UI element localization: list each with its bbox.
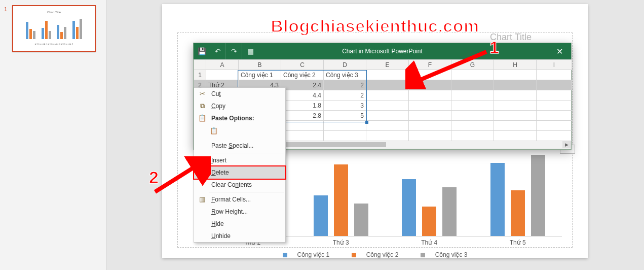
excel-titlebar[interactable]: 💾 ↶ ↷ ▦ Chart in Microsoft PowerPoint ✕: [194, 43, 571, 59]
annotation-number-1: 1: [489, 39, 499, 56]
menu-cut[interactable]: ✂Cut: [194, 88, 285, 100]
select-all-cell[interactable]: [194, 60, 206, 70]
copy-icon: ⧉: [198, 102, 207, 111]
slide[interactable]: Blogchiasekienthuc.com Chart Title ⟷ Thứ…: [162, 4, 588, 258]
annotation-arrow-2: [150, 156, 211, 197]
column-headers[interactable]: A B C D E F G H I: [194, 60, 572, 70]
menu-unhide[interactable]: Unhide: [194, 230, 285, 242]
slide-canvas: Blogchiasekienthuc.com Chart Title ⟷ Thứ…: [106, 0, 644, 270]
menu-paste-icon-row[interactable]: 📋: [194, 124, 285, 140]
paste-icon[interactable]: 📋: [209, 126, 218, 136]
menu-copy[interactable]: ⧉Copy: [194, 100, 285, 112]
slide-thumbnail[interactable]: Chart Title ■ Công việc 1 ■ Công việc 2 …: [12, 5, 96, 52]
scissors-icon: ✂: [198, 89, 207, 98]
annotation-number-2: 2: [149, 168, 159, 186]
thumb-legend: ■ Công việc 1 ■ Công việc 2 ■ Công việc …: [21, 43, 87, 45]
col-C[interactable]: C: [281, 60, 324, 70]
svg-line-0: [414, 52, 486, 82]
save-icon[interactable]: 💾: [194, 43, 210, 59]
col-I[interactable]: I: [537, 60, 572, 70]
svg-line-1: [155, 164, 199, 192]
close-icon: ✕: [556, 47, 563, 56]
table-row: 1 Công việc 1 Công việc 2 Công việc 3: [194, 70, 572, 80]
annotation-arrow-1: [405, 49, 491, 89]
col-D[interactable]: D: [324, 60, 366, 70]
redo-icon[interactable]: ↷: [226, 43, 242, 59]
col-H[interactable]: H: [494, 60, 537, 70]
col-A[interactable]: A: [206, 60, 239, 70]
range-fill-handle[interactable]: [365, 121, 368, 124]
slide-thumbnail-panel: 1 Chart Title ■ Công việc 1 ■ Công việc …: [0, 0, 106, 270]
watermark-text: Blogchiasekienthuc.com: [162, 16, 588, 36]
menu-paste-options: 📋Paste Options:: [194, 112, 285, 124]
gridview-icon[interactable]: ▦: [242, 43, 258, 59]
col-E[interactable]: E: [366, 60, 409, 70]
menu-row-height[interactable]: Row Height...: [194, 206, 285, 218]
thumbnail-number: 1: [4, 6, 7, 12]
col-B[interactable]: B: [239, 60, 281, 70]
menu-paste-special[interactable]: Paste Special...: [194, 140, 285, 152]
close-button[interactable]: ✕: [548, 43, 571, 59]
thumb-chart-title: Chart Title: [21, 11, 87, 14]
undo-icon[interactable]: ↶: [210, 43, 226, 59]
scroll-right-button[interactable]: ▶: [562, 141, 571, 148]
clipboard-icon: 📋: [198, 114, 207, 123]
chart-legend: Công việc 1 Công việc 2 Công việc 3: [178, 251, 572, 258]
menu-hide[interactable]: Hide: [194, 218, 285, 230]
